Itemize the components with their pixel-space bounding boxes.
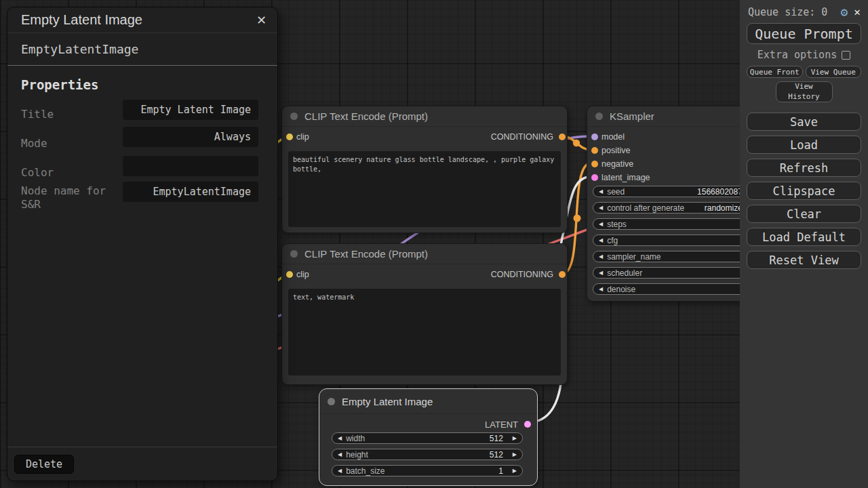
prompt-textarea[interactable]: text, watermark xyxy=(288,289,561,375)
io-row: clip CONDITIONING xyxy=(282,268,567,281)
widget-name: sampler_name xyxy=(607,252,660,262)
node-header[interactable]: Empty Latent Image xyxy=(319,389,537,414)
width-widget[interactable]: ◀ width 512 ▶ xyxy=(332,432,523,444)
gear-icon[interactable]: ⚙ xyxy=(841,6,848,18)
node-ksampler[interactable]: KSampler model positive negative latent_… xyxy=(587,106,763,302)
io-row-latent-image: latent_image xyxy=(587,171,762,184)
widget-value: 1 xyxy=(498,466,503,476)
node-title: CLIP Text Encode (Prompt) xyxy=(304,110,428,122)
denoise-widget[interactable]: ◀ denoise xyxy=(593,283,757,295)
batch-size-widget[interactable]: ◀ batch_size 1 ▶ xyxy=(332,465,523,476)
model-input-port[interactable] xyxy=(591,134,598,140)
view-history-button[interactable]: View History xyxy=(776,81,833,102)
arrow-right-icon[interactable]: ▶ xyxy=(513,452,517,458)
refresh-button[interactable]: Refresh xyxy=(747,159,861,177)
widget-value: 1566802087 xyxy=(697,187,743,197)
widget-name: height xyxy=(346,450,368,460)
link-dot-positive xyxy=(573,140,580,146)
queue-prompt-button[interactable]: Queue Prompt xyxy=(747,23,861,44)
control-after-generate-widget[interactable]: ◀ control after generate randomize ▶ xyxy=(593,202,757,214)
menu-button-list: Save Load Refresh Clipspace Clear Load D… xyxy=(747,113,861,269)
seed-widget[interactable]: ◀ seed 1566802087 ▶ xyxy=(593,186,757,197)
model-input-label: model xyxy=(601,132,625,142)
prompt-textarea[interactable]: beautiful scenery nature glass bottle la… xyxy=(288,151,561,227)
node-name-field-input[interactable]: EmptyLatentImage xyxy=(123,182,258,202)
clip-input-port[interactable] xyxy=(286,271,293,278)
node-header[interactable]: CLIP Text Encode (Prompt) xyxy=(282,106,567,127)
sampler-name-widget[interactable]: ◀ sampler_name xyxy=(593,251,757,262)
delete-button[interactable]: Delete xyxy=(14,455,74,474)
io-row-positive: positive xyxy=(587,144,762,157)
clip-input-port[interactable] xyxy=(286,134,293,140)
node-title: KSampler xyxy=(610,110,654,122)
scheduler-widget[interactable]: ◀ scheduler xyxy=(593,267,757,279)
node-status-dot-icon xyxy=(595,113,603,120)
close-icon[interactable]: ✕ xyxy=(256,13,267,28)
arrow-left-icon[interactable]: ◀ xyxy=(338,452,342,458)
conditioning-output-label: CONDITIONING xyxy=(491,270,553,279)
close-icon[interactable]: ✕ xyxy=(854,7,861,18)
save-button[interactable]: Save xyxy=(747,113,861,131)
color-field-input[interactable] xyxy=(123,156,258,176)
title-field-input[interactable]: Empty Latent Image xyxy=(123,100,258,120)
negative-input-port[interactable] xyxy=(591,161,598,167)
arrow-right-icon[interactable]: ▶ xyxy=(513,436,517,441)
reset-view-button[interactable]: Reset View xyxy=(747,251,861,269)
conditioning-output-port[interactable] xyxy=(559,134,566,140)
node-clip-text-encode-negative[interactable]: CLIP Text Encode (Prompt) clip CONDITION… xyxy=(281,243,568,385)
widget-name: scheduler xyxy=(607,268,642,278)
arrow-left-icon[interactable]: ◀ xyxy=(599,189,603,195)
latent-image-input-port[interactable] xyxy=(591,174,598,181)
clip-input-label: clip xyxy=(296,270,309,279)
mode-field-input[interactable]: Always xyxy=(123,127,258,147)
node-header[interactable]: KSampler xyxy=(587,106,762,127)
node-status-dot-icon xyxy=(328,398,335,405)
queue-front-button[interactable]: Queue Front xyxy=(747,66,803,78)
arrow-right-icon[interactable]: ▶ xyxy=(513,468,517,474)
load-button[interactable]: Load xyxy=(747,136,861,154)
widget-name: width xyxy=(346,434,365,443)
node-header[interactable]: CLIP Text Encode (Prompt) xyxy=(282,244,567,264)
properties-title: Empty Latent Image xyxy=(21,12,142,28)
view-history-label: View History xyxy=(785,82,824,102)
arrow-left-icon[interactable]: ◀ xyxy=(599,238,603,243)
steps-widget[interactable]: ◀ steps xyxy=(593,218,757,230)
queue-actions-row: Queue Front View Queue xyxy=(747,66,861,78)
arrow-left-icon[interactable]: ◀ xyxy=(338,468,342,474)
title-field-label: Title xyxy=(21,108,124,121)
properties-titlebar: Empty Latent Image ✕ xyxy=(7,7,277,33)
arrow-left-icon[interactable]: ◀ xyxy=(599,270,603,276)
conditioning-output-port[interactable] xyxy=(559,271,566,278)
load-default-button[interactable]: Load Default xyxy=(747,228,861,246)
io-row-negative: negative xyxy=(587,157,762,171)
latent-output-port[interactable] xyxy=(524,421,531,428)
clip-input-label: clip xyxy=(296,132,309,142)
extra-options-label: Extra options xyxy=(757,49,837,61)
height-widget[interactable]: ◀ height 512 ▶ xyxy=(332,449,523,460)
arrow-left-icon[interactable]: ◀ xyxy=(338,436,342,441)
panel-divider xyxy=(7,447,277,447)
widget-name: steps xyxy=(607,220,627,229)
clipspace-button[interactable]: Clipspace xyxy=(747,182,861,200)
view-queue-button[interactable]: View Queue xyxy=(806,66,862,78)
node-clip-text-encode-positive[interactable]: CLIP Text Encode (Prompt) clip CONDITION… xyxy=(281,106,568,233)
node-empty-latent-image[interactable]: Empty Latent Image LATENT ◀ width 512 ▶ … xyxy=(319,388,538,486)
node-properties-panel: Empty Latent Image ✕ EmptyLatentImage Pr… xyxy=(7,7,278,481)
positive-input-label: positive xyxy=(601,146,630,155)
arrow-left-icon[interactable]: ◀ xyxy=(599,287,603,292)
cfg-widget[interactable]: ◀ cfg xyxy=(593,235,757,246)
widget-name: control after generate xyxy=(607,203,684,213)
mode-field-label: Mode xyxy=(21,137,124,150)
arrow-left-icon[interactable]: ◀ xyxy=(599,254,603,260)
link-dot-negative xyxy=(574,215,581,222)
arrow-left-icon[interactable]: ◀ xyxy=(599,222,603,227)
clear-button[interactable]: Clear xyxy=(747,205,861,223)
extra-options-checkbox[interactable] xyxy=(842,51,850,60)
positive-input-port[interactable] xyxy=(591,147,598,154)
node-title: Empty Latent Image xyxy=(342,396,433,407)
arrow-left-icon[interactable]: ◀ xyxy=(599,205,603,211)
io-row-model: model xyxy=(587,130,762,144)
extra-options-row: Extra options xyxy=(740,49,868,61)
node-type-label: EmptyLatentImage xyxy=(7,33,277,66)
node-title: CLIP Text Encode (Prompt) xyxy=(304,248,428,260)
